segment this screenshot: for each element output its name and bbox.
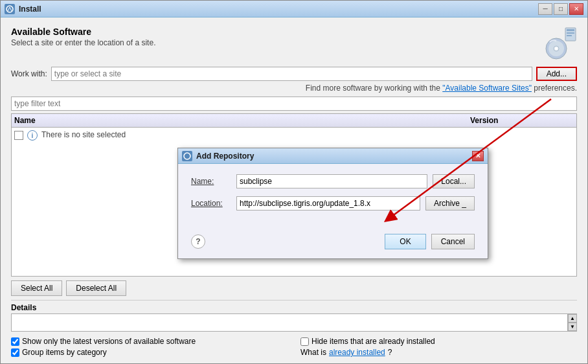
local-button[interactable]: Local... xyxy=(433,174,475,188)
svg-rect-2 xyxy=(567,29,574,31)
details-scrollbar[interactable]: ▲ ▼ xyxy=(567,314,576,331)
scroll-up-arrow[interactable]: ▲ xyxy=(568,314,577,323)
svg-point-8 xyxy=(555,47,558,50)
title-bar: Install ─ □ ✕ xyxy=(1,1,587,17)
latest-checkbox[interactable] xyxy=(11,337,19,346)
svg-rect-3 xyxy=(567,32,574,34)
scroll-down-arrow[interactable]: ▼ xyxy=(568,323,577,331)
work-with-row: Work with: Add... xyxy=(11,67,577,81)
archive-button[interactable]: Archive _ xyxy=(425,196,475,210)
details-section: Details ▲ ▼ xyxy=(11,300,577,332)
header-icon xyxy=(543,27,577,60)
cancel-button[interactable]: Cancel xyxy=(431,234,475,249)
hide-installed-label: Hide items that are already installed xyxy=(311,337,435,346)
filter-input[interactable] xyxy=(11,97,577,111)
info-icon: i xyxy=(27,130,38,141)
what-is-suffix: ? xyxy=(388,348,392,357)
page-subtitle: Select a site or enter the location of a… xyxy=(11,38,537,47)
col-name-header: Name xyxy=(14,116,470,125)
ok-button[interactable]: OK xyxy=(385,234,425,249)
available-sites-link[interactable]: "Available Software Sites" xyxy=(442,84,532,93)
content-area: Available Software Select a site or ente… xyxy=(1,17,587,363)
group-category-checkbox[interactable] xyxy=(11,348,19,357)
window-title: Install xyxy=(19,5,538,14)
select-all-button[interactable]: Select All xyxy=(11,280,62,296)
modal-location-label: Location: xyxy=(191,199,236,208)
work-with-label: Work with: xyxy=(11,69,47,78)
no-site-message: There is no site selected xyxy=(41,130,126,139)
main-window: Install ─ □ ✕ Available Software Select … xyxy=(0,0,588,364)
add-repository-dialog: Add Repository ✕ Name: Local... xyxy=(177,148,488,259)
svg-rect-4 xyxy=(567,35,572,36)
details-title: Details xyxy=(11,303,577,312)
site-input[interactable] xyxy=(51,67,532,81)
help-button[interactable]: ? xyxy=(191,234,205,249)
already-installed-link[interactable]: already installed xyxy=(329,348,385,357)
option-group-category: Group items by category xyxy=(11,348,288,357)
modal-name-input[interactable] xyxy=(236,174,427,188)
modal-footer: ? OK Cancel xyxy=(178,229,488,258)
group-category-label: Group items by category xyxy=(22,348,107,357)
buttons-row: Select All Deselect All xyxy=(11,280,577,296)
modal-location-input[interactable] xyxy=(236,196,420,210)
option-hide-installed: Hide items that are already installed xyxy=(300,337,577,346)
window-controls: ─ □ ✕ xyxy=(538,3,583,15)
header-section: Available Software Select a site or ente… xyxy=(11,27,577,60)
find-more-suffix: preferences. xyxy=(534,84,577,93)
latest-label: Show only the latest versions of availab… xyxy=(22,337,196,346)
window-icon xyxy=(5,4,15,14)
row-checkbox[interactable] xyxy=(14,131,23,140)
bottom-options: Show only the latest versions of availab… xyxy=(11,337,577,357)
page-title: Available Software xyxy=(11,27,537,37)
option-latest: Show only the latest versions of availab… xyxy=(11,337,288,346)
find-more-row: Find more software by working with the "… xyxy=(11,84,577,93)
find-more-prefix: Find more software by working with the xyxy=(306,84,442,93)
close-button[interactable]: ✕ xyxy=(569,3,583,15)
what-is-prefix: What is xyxy=(300,348,326,357)
modal-close-button[interactable]: ✕ xyxy=(472,151,484,161)
table-header: Name Version xyxy=(12,114,576,128)
modal-body: Name: Local... Location: Archive _ xyxy=(178,164,488,229)
col-version-header: Version xyxy=(470,116,574,125)
modal-title-icon xyxy=(182,151,192,161)
modal-title: Add Repository xyxy=(196,152,472,161)
modal-location-row: Location: Archive _ xyxy=(191,196,475,210)
deselect-all-button[interactable]: Deselect All xyxy=(66,280,126,296)
add-button[interactable]: Add... xyxy=(536,67,577,81)
modal-name-row: Name: Local... xyxy=(191,174,475,188)
svg-point-9 xyxy=(184,153,190,159)
minimize-button[interactable]: ─ xyxy=(538,3,552,15)
option-already-installed: What is already installed ? xyxy=(300,348,577,357)
cd-icon xyxy=(543,27,577,60)
modal-title-bar: Add Repository ✕ xyxy=(178,148,488,164)
modal-name-label: Name: xyxy=(191,177,236,186)
maximize-button[interactable]: □ xyxy=(554,3,568,15)
details-content: ▲ ▼ xyxy=(11,313,577,332)
hide-installed-checkbox[interactable] xyxy=(300,337,309,346)
